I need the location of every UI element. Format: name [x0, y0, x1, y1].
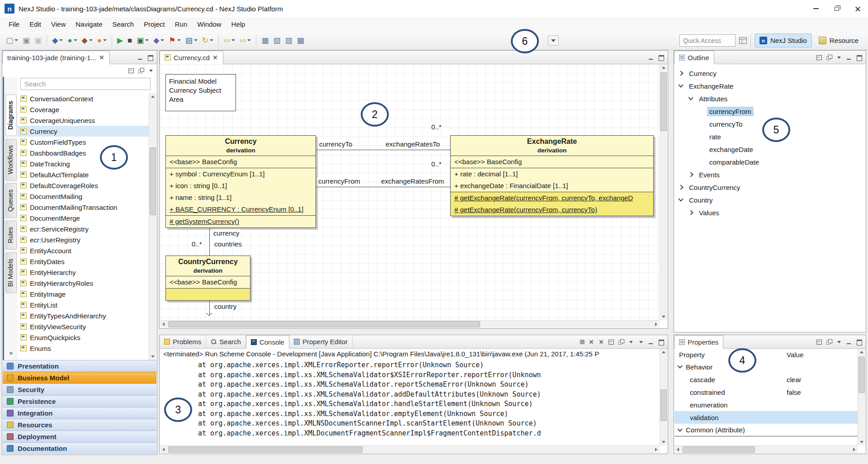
outline-tab[interactable]: Outline	[674, 51, 714, 64]
list-item-enums[interactable]: Enums	[18, 343, 149, 354]
perspective-nexj-studio[interactable]: nNexJ Studio	[755, 33, 812, 47]
collapse-arrow-icon[interactable]	[677, 363, 682, 368]
class-operation[interactable]: # getExchangeRate(currencyFrom, currency…	[451, 204, 653, 216]
property-row-behavior[interactable]: Behavior	[675, 360, 858, 373]
property-row-validation[interactable]: validation	[675, 411, 858, 424]
scrollbar-thumb[interactable]	[168, 321, 480, 327]
save-all-button[interactable]: ▣	[33, 33, 43, 47]
open-console-icon[interactable]	[638, 339, 644, 345]
view-menu-icon[interactable]	[148, 68, 154, 73]
remove-all-launches-icon[interactable]	[599, 339, 604, 345]
remove-launch-icon[interactable]	[589, 339, 594, 345]
collapse-all-icon[interactable]	[128, 68, 134, 73]
outline-node-currency[interactable]: Currency	[675, 67, 865, 80]
scrollbar-thumb[interactable]	[150, 147, 156, 215]
class-attribute[interactable]: + symbol : CurrencyEnum [1..1]	[166, 168, 316, 180]
layer-tab-workflows[interactable]: Workflows	[5, 139, 17, 180]
scroll-down-icon[interactable]	[858, 439, 865, 445]
maximize-view-icon[interactable]	[856, 339, 862, 345]
quick-access-input[interactable]	[679, 34, 736, 47]
outline-node-currencyfrom[interactable]: currencyFrom	[675, 105, 865, 118]
scrollbar-thumb[interactable]	[660, 389, 667, 421]
outline-node-exchangerate[interactable]: ExchangeRate	[675, 80, 865, 92]
save-button[interactable]: ▣	[21, 33, 32, 47]
list-item-entityhierarchyroles[interactable]: EntityHierarchyRoles	[18, 278, 149, 289]
class-attribute[interactable]: + icon : string [0..1]	[166, 180, 316, 192]
list-item-dashboardbadges[interactable]: DashboardBadges	[18, 147, 149, 158]
tab-search[interactable]: Search	[206, 335, 246, 348]
expand-arrow-icon[interactable]	[678, 71, 683, 76]
maximize-view-icon[interactable]	[658, 339, 664, 345]
class-attribute[interactable]: + name : string [1..1]	[166, 192, 316, 204]
close-button[interactable]	[847, 0, 868, 17]
collapse-arrow-icon[interactable]	[677, 426, 682, 431]
scroll-up-icon[interactable]	[858, 349, 865, 355]
minimize-view-icon[interactable]	[846, 55, 852, 60]
restore-button[interactable]	[826, 0, 847, 17]
assoc-label-exchange-rates-from[interactable]: exchangeRatesFrom	[380, 177, 445, 185]
assoc-label-currency[interactable]: currency	[212, 229, 241, 237]
perspective-resource[interactable]: Resource	[814, 33, 863, 47]
outline-node-country[interactable]: Country	[675, 194, 865, 206]
editor-vertical-scrollbar[interactable]	[660, 64, 667, 320]
class-attribute[interactable]: + BASE_CURRENCY : CurrencyEnum [0..1]	[166, 204, 316, 215]
navigator-scrollbar[interactable]	[149, 93, 156, 360]
menu-search[interactable]: Search	[107, 19, 139, 30]
minimize-view-icon[interactable]	[648, 339, 654, 345]
class-operation[interactable]: # getSystemCurrency()	[166, 216, 316, 227]
menu-run[interactable]: Run	[170, 19, 193, 30]
list-item-defaultacttemplate[interactable]: DefaultActTemplate	[18, 169, 149, 180]
tab-property-editor[interactable]: Property Editor	[289, 335, 353, 348]
unit-test-button[interactable]: ◆	[151, 33, 166, 47]
property-row-common-attribute[interactable]: Common (Attribute)	[675, 424, 858, 436]
maximize-view-icon[interactable]	[658, 55, 664, 60]
layer-tab-rules[interactable]: Rules	[5, 221, 17, 250]
collapse-arrow-icon[interactable]	[678, 82, 683, 87]
menu-file[interactable]: File	[4, 19, 24, 30]
list-item-ecr-serviceregistry[interactable]: ecr:ServiceRegistry	[18, 223, 149, 234]
outline-node-values[interactable]: Values	[675, 206, 865, 219]
list-item-coverageuniqueness[interactable]: CoverageUniqueness	[18, 115, 149, 126]
outline-node-attributes[interactable]: Attributes	[675, 92, 865, 105]
scrollbar-thumb[interactable]	[683, 446, 755, 453]
tab-console[interactable]: Console	[246, 335, 289, 349]
property-row-constrained[interactable]: constrainedfalse	[675, 386, 858, 398]
show-tree-button[interactable]: ▨	[283, 33, 294, 47]
close-view-icon[interactable]	[99, 55, 105, 60]
minimize-view-icon[interactable]	[846, 339, 852, 345]
outline-node-countrycurrency[interactable]: CountryCurrency	[675, 181, 865, 194]
outline-node-exchangedate[interactable]: exchangeDate	[675, 143, 865, 156]
close-editor-icon[interactable]	[212, 55, 218, 60]
list-item-coverage[interactable]: Coverage	[18, 104, 149, 115]
menu-project[interactable]: Project	[139, 19, 170, 30]
scroll-down-icon[interactable]	[149, 353, 156, 360]
scroll-up-icon[interactable]	[660, 349, 667, 355]
layer-tab-queues[interactable]: Queues	[5, 183, 17, 218]
section-integration[interactable]: Integration	[3, 407, 156, 419]
list-item-entityimage[interactable]: EntityImage	[18, 289, 149, 299]
menu-edit[interactable]: Edit	[24, 19, 46, 30]
view-menu-icon[interactable]	[836, 339, 842, 345]
console-vertical-scrollbar[interactable]	[660, 349, 667, 445]
properties-vertical-scrollbar[interactable]	[858, 349, 865, 445]
database-button[interactable]: ▤	[184, 33, 199, 47]
list-item-entitytypesandhierarchy[interactable]: EntityTypesAndHierarchy	[18, 310, 149, 321]
scroll-right-icon[interactable]	[653, 446, 660, 453]
association-line-exchange-rates-from[interactable]	[316, 187, 450, 187]
scrollbar-thumb[interactable]	[660, 72, 667, 131]
assoc-label-country[interactable]: country	[213, 303, 237, 310]
diagram-note[interactable]: Financial Model Currency Subject Area	[165, 74, 236, 111]
scrollbar-thumb[interactable]	[859, 357, 865, 393]
section-persistence[interactable]: Persistence	[3, 395, 156, 407]
tab-problems[interactable]: Problems	[160, 335, 206, 348]
scroll-down-icon[interactable]	[660, 313, 667, 320]
editor-horizontal-scrollbar[interactable]	[160, 320, 660, 328]
assoc-label-currency-to[interactable]: currencyTo	[318, 140, 353, 148]
open-perspective-icon[interactable]	[739, 37, 747, 44]
column-header-value[interactable]: Value	[787, 351, 858, 359]
list-item-documentmerge[interactable]: DocumentMerge	[18, 213, 149, 223]
assoc-label-countries[interactable]: countries	[213, 240, 243, 248]
view-menu-icon[interactable]	[836, 55, 842, 60]
console-horizontal-scrollbar[interactable]	[160, 445, 660, 453]
outline-node-comparabledate[interactable]: comparableDate	[675, 156, 865, 168]
